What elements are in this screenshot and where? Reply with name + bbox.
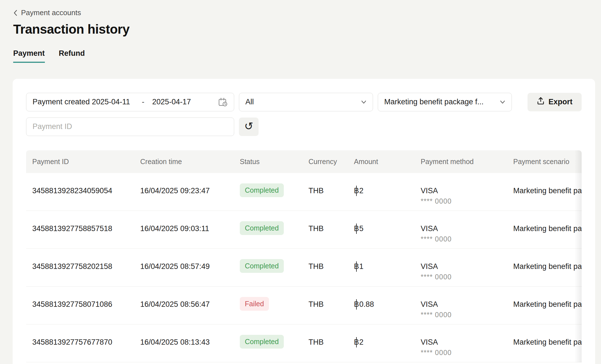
date-range-end-label: 2025-04-17 (152, 98, 191, 106)
scenario-filter-select[interactable]: Marketing benefit package f... (378, 93, 512, 111)
table-header: Payment ID Creation time Status Currency… (26, 150, 582, 173)
status-cell: Completed (240, 211, 308, 249)
creation-time-cell: 16/04/2025 08:13:43 (140, 324, 240, 362)
status-cell: Completed (240, 324, 308, 362)
date-range-start-label: Payment created 2025-04-11 (33, 98, 130, 106)
payment-id-cell: 3458813928234059054 (26, 173, 140, 211)
baht-symbol: B (354, 186, 359, 195)
baht-symbol: B (354, 262, 359, 271)
calendar-clock-icon (218, 97, 228, 107)
column-header-payment-scenario: Payment scenario (513, 150, 582, 173)
amount-cell: B2 (354, 173, 421, 211)
transactions-table: Payment ID Creation time Status Currency… (26, 150, 582, 363)
page-header: Payment accounts Transaction history Pay… (13, 0, 595, 63)
page-container: Payment accounts Transaction history Pay… (0, 0, 601, 364)
amount-value: 1 (359, 262, 363, 271)
tab-payment[interactable]: Payment (13, 49, 45, 63)
amount-value: 2 (359, 338, 363, 346)
payment-id-cell: 3458813927758071086 (26, 287, 140, 324)
amount-cell: B5 (354, 211, 421, 249)
creation-time-cell: 16/04/2025 08:56:47 (140, 287, 240, 324)
payment-method-cell: VISA **** 0000 (421, 324, 513, 362)
status-cell: Failed (240, 287, 308, 324)
payment-scenario-cell: Marketing benefit package f... (513, 287, 582, 324)
baht-symbol: B (354, 224, 359, 233)
payment-id-input[interactable] (26, 118, 234, 136)
breadcrumb-label: Payment accounts (21, 8, 81, 17)
status-cell: Completed (240, 249, 308, 287)
payment-id-cell: 3458813927758857518 (26, 211, 140, 249)
chevron-down-icon (361, 100, 367, 104)
breadcrumb[interactable]: Payment accounts (13, 8, 81, 17)
payment-method-detail: **** 0000 (421, 197, 513, 205)
creation-time-cell: 16/04/2025 08:57:49 (140, 249, 240, 287)
payment-method-name: VISA (421, 224, 513, 233)
payment-method-name: VISA (421, 262, 513, 271)
currency-cell: THB (308, 324, 354, 362)
amount-cell: B1 (354, 249, 421, 287)
date-range-filter[interactable]: Payment created 2025-04-11 - 2025-04-17 (26, 93, 234, 111)
amount-cell: B2 (354, 324, 421, 362)
tab-refund[interactable]: Refund (59, 49, 85, 63)
column-header-payment-method: Payment method (421, 150, 513, 173)
filter-row-secondary: ↺ (26, 118, 582, 136)
currency-cell: THB (308, 249, 354, 287)
filter-table-card: Payment created 2025-04-11 - 2025-04-17 … (13, 79, 595, 364)
status-cell: Completed (240, 173, 308, 211)
amount-value: 2 (359, 186, 363, 195)
payment-method-cell: VISA **** 0000 (421, 211, 513, 249)
table-body: 3458813928234059054 16/04/2025 09:23:47 … (26, 173, 582, 362)
column-header-amount: Amount (354, 150, 421, 173)
baht-symbol: B (354, 300, 359, 309)
payment-method-cell: VISA **** 0000 (421, 173, 513, 211)
payment-method-cell: VISA **** 0000 (421, 287, 513, 324)
table-row: 3458813928234059054 16/04/2025 09:23:47 … (26, 173, 582, 211)
refresh-icon: ↺ (244, 121, 253, 132)
currency-cell: THB (308, 211, 354, 249)
column-header-status: Status (240, 150, 308, 173)
payment-scenario-cell: Marketing benefit package f... (513, 173, 582, 211)
amount-value: 5 (359, 224, 363, 233)
payment-method-name: VISA (421, 186, 513, 195)
status-badge: Completed (240, 259, 284, 273)
export-button-label: Export (549, 98, 573, 106)
payment-scenario-cell: Marketing benefit package f... (513, 211, 582, 249)
payment-id-cell: 3458813927757677870 (26, 324, 140, 362)
table-row: 3458813927758071086 16/04/2025 08:56:47 … (26, 287, 582, 324)
page-title: Transaction history (13, 21, 595, 37)
payment-scenario-cell: Marketing benefit package f... (513, 324, 582, 362)
upload-icon (537, 97, 545, 107)
payment-method-detail: **** 0000 (421, 273, 513, 281)
refresh-button[interactable]: ↺ (239, 118, 259, 136)
status-badge: Completed (240, 335, 284, 349)
status-badge: Completed (240, 221, 284, 235)
date-range-separator: - (142, 98, 144, 106)
table-row: 3458813927758857518 16/04/2025 09:03:11 … (26, 211, 582, 249)
transactions-table-wrap: Payment ID Creation time Status Currency… (26, 150, 582, 363)
payment-method-cell: VISA **** 0000 (421, 249, 513, 287)
payment-method-name: VISA (421, 338, 513, 347)
baht-symbol: B (354, 338, 359, 347)
payment-method-detail: **** 0000 (421, 311, 513, 319)
currency-cell: THB (308, 287, 354, 324)
status-filter-select[interactable]: All (239, 93, 373, 111)
column-header-currency: Currency (308, 150, 354, 173)
column-header-creation-time: Creation time (140, 150, 240, 173)
column-header-payment-id: Payment ID (26, 150, 140, 173)
tab-bar: Payment Refund (13, 49, 595, 63)
chevron-down-icon (500, 100, 505, 104)
payment-id-cell: 3458813927758202158 (26, 249, 140, 287)
export-button[interactable]: Export (528, 93, 582, 111)
status-badge: Completed (240, 183, 284, 197)
payment-method-name: VISA (421, 300, 513, 309)
creation-time-cell: 16/04/2025 09:03:11 (140, 211, 240, 249)
payment-method-detail: **** 0000 (421, 349, 513, 357)
scenario-filter-value: Marketing benefit package f... (384, 98, 483, 106)
creation-time-cell: 16/04/2025 09:23:47 (140, 173, 240, 211)
currency-cell: THB (308, 173, 354, 211)
payment-method-detail: **** 0000 (421, 235, 513, 243)
filter-row-primary: Payment created 2025-04-11 - 2025-04-17 … (26, 93, 582, 111)
amount-cell: B0.88 (354, 287, 421, 324)
payment-scenario-cell: Marketing benefit package f... (513, 249, 582, 287)
table-row: 3458813927758202158 16/04/2025 08:57:49 … (26, 249, 582, 287)
